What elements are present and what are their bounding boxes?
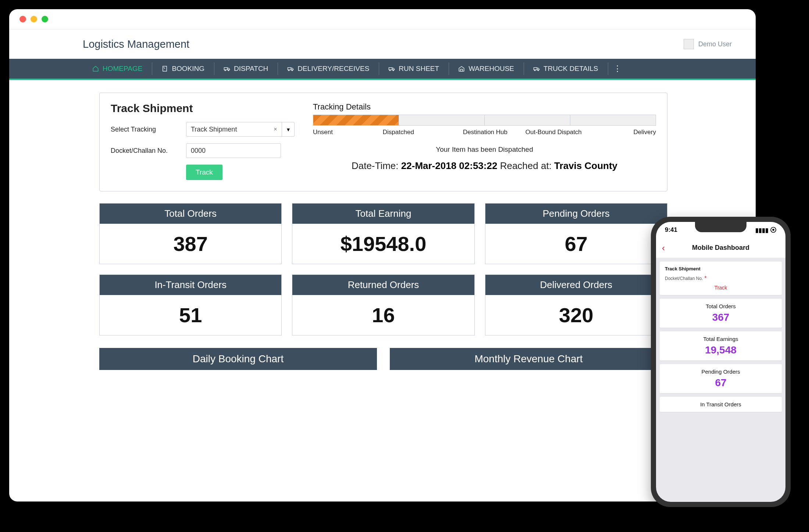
- phone-docket-label: Docket/Challan No.: [665, 276, 703, 281]
- warehouse-icon: [458, 65, 465, 72]
- nav-booking[interactable]: BOOKING: [152, 59, 214, 79]
- dt-value: 22-Mar-2018 02:53:22: [401, 160, 498, 171]
- stage-label: Dispatched: [381, 129, 451, 136]
- phone-stat-label: Pending Orders: [665, 369, 777, 375]
- svg-rect-11: [534, 68, 537, 70]
- charts-row: Daily Booking Chart Monthly Revenue Char…: [99, 348, 667, 370]
- browser-window: Logistics Management Demo User HOMEPAGE …: [9, 9, 756, 502]
- svg-rect-1: [224, 68, 228, 70]
- progress-segment: [313, 115, 399, 125]
- nav-truckdetails[interactable]: TRUCK DETAILS: [524, 59, 608, 79]
- phone-time: 9:41: [665, 226, 677, 234]
- stat-label: Total Earning: [292, 204, 474, 224]
- svg-point-12: [534, 70, 535, 71]
- phone-track-button[interactable]: Track: [665, 285, 777, 291]
- tracking-details-title: Tracking Details: [313, 102, 656, 112]
- nav-homepage[interactable]: HOMEPAGE: [83, 59, 152, 79]
- phone-stat-label: In Transit Orders: [665, 401, 777, 407]
- phone-mockup: 9:41 ▮▮▮▮ ⦿ ‹ Mobile Dashboard Track Shi…: [651, 217, 791, 507]
- stat-total-earning: Total Earning $19548.0: [292, 203, 474, 264]
- truck-icon: [388, 65, 395, 72]
- phone-stat-label: Total Earnings: [665, 336, 777, 342]
- window-min-button[interactable]: [31, 16, 37, 22]
- stat-intransit-orders: In-Transit Orders 51: [99, 274, 282, 335]
- stat-label: Total Orders: [100, 204, 281, 224]
- docket-label: Docket/Challan No.: [111, 147, 177, 155]
- app-title: Logistics Management: [83, 38, 189, 50]
- reached-value: Travis County: [554, 160, 617, 171]
- window-titlebar: [9, 9, 756, 29]
- phone-stat-card: In Transit Orders: [660, 397, 782, 412]
- phone-stat-value: 367: [665, 312, 777, 323]
- svg-rect-10: [460, 69, 463, 71]
- phone-track-card: Track Shipment Docket/Challan No. * Trac…: [660, 262, 782, 295]
- nav-label: RUN SHEET: [399, 65, 439, 73]
- phone-track-title: Track Shipment: [665, 266, 777, 272]
- more-icon: ⋮: [613, 64, 621, 73]
- phone-stat-card: Total Orders 367: [660, 299, 782, 328]
- stat-pending-orders: Pending Orders 67: [485, 203, 667, 264]
- stat-delivered-orders: Delivered Orders 320: [485, 274, 667, 335]
- user-name: Demo User: [698, 40, 732, 48]
- required-icon: *: [704, 275, 706, 282]
- truck-icon: [224, 65, 230, 72]
- chevron-down-icon[interactable]: ▾: [282, 122, 294, 136]
- avatar-icon: [684, 39, 694, 49]
- tracking-progress: [313, 115, 656, 126]
- stat-value: 51: [100, 295, 281, 335]
- nav-delivery[interactable]: DELIVERY/RECEIVES: [278, 59, 379, 79]
- select-tracking-combo[interactable]: Track Shipment × ▾: [186, 122, 295, 137]
- svg-point-2: [225, 70, 226, 71]
- stat-value: 16: [292, 295, 474, 335]
- stat-label: Delivered Orders: [485, 275, 667, 295]
- stage-label: Unsent: [313, 129, 381, 136]
- phone-stat-label: Total Orders: [665, 303, 777, 309]
- docket-input[interactable]: [186, 143, 281, 158]
- main-nav: HOMEPAGE BOOKING DISPATCH DELIVERY/RECEI…: [9, 59, 756, 80]
- stage-label: Delivery: [588, 129, 656, 136]
- track-button[interactable]: Track: [186, 165, 222, 180]
- reached-label: Reached at:: [500, 160, 552, 171]
- window-max-button[interactable]: [42, 16, 48, 22]
- phone-notch: [695, 222, 746, 232]
- progress-segment: [485, 115, 570, 125]
- truck-icon: [287, 65, 294, 72]
- phone-stat-card: Total Earnings 19,548: [660, 331, 782, 360]
- doc-icon: [161, 65, 168, 72]
- user-area[interactable]: Demo User: [684, 39, 732, 49]
- nav-label: BOOKING: [172, 65, 204, 73]
- phone-stat-card: Pending Orders 67: [660, 364, 782, 393]
- stat-value: 67: [485, 224, 667, 264]
- select-tracking-value: Track Shipment: [186, 122, 269, 136]
- nav-runsheet[interactable]: RUN SHEET: [379, 59, 449, 79]
- nav-more[interactable]: ⋮: [608, 59, 627, 79]
- stat-label: In-Transit Orders: [100, 275, 281, 295]
- phone-title: Mobile Dashboard: [692, 244, 749, 252]
- stat-label: Returned Orders: [292, 275, 474, 295]
- stage-label: Out-Bound Dispatch: [519, 129, 588, 136]
- tracking-status: Your Item has been Dispatched: [313, 145, 656, 154]
- svg-point-3: [228, 70, 229, 71]
- page-header: Logistics Management Demo User: [9, 29, 756, 59]
- stage-label: Destination Hub: [451, 129, 520, 136]
- wifi-icon: ⦿: [770, 226, 777, 234]
- track-title: Track Shipment: [111, 102, 295, 115]
- combo-clear-icon[interactable]: ×: [269, 122, 282, 136]
- track-panel: Track Shipment Select Tracking Track Shi…: [99, 93, 667, 191]
- progress-segment: [399, 115, 485, 125]
- nav-dispatch[interactable]: DISPATCH: [214, 59, 278, 79]
- svg-rect-4: [288, 68, 291, 70]
- nav-warehouse[interactable]: WAREHOUSE: [449, 59, 524, 79]
- nav-label: DISPATCH: [234, 65, 268, 73]
- back-icon[interactable]: ‹: [662, 244, 665, 252]
- window-close-button[interactable]: [19, 16, 26, 22]
- tracking-datetime-row: Date-Time: 22-Mar-2018 02:53:22 Reached …: [313, 160, 656, 172]
- stat-value: 387: [100, 224, 281, 264]
- stat-total-orders: Total Orders 387: [99, 203, 282, 264]
- progress-segment: [570, 115, 656, 125]
- stat-value: 320: [485, 295, 667, 335]
- phone-header: ‹ Mobile Dashboard: [656, 238, 785, 258]
- stat-value: $19548.0: [292, 224, 474, 264]
- phone-docket-row[interactable]: Docket/Challan No. *: [665, 275, 777, 282]
- phone-screen: 9:41 ▮▮▮▮ ⦿ ‹ Mobile Dashboard Track Shi…: [656, 222, 785, 502]
